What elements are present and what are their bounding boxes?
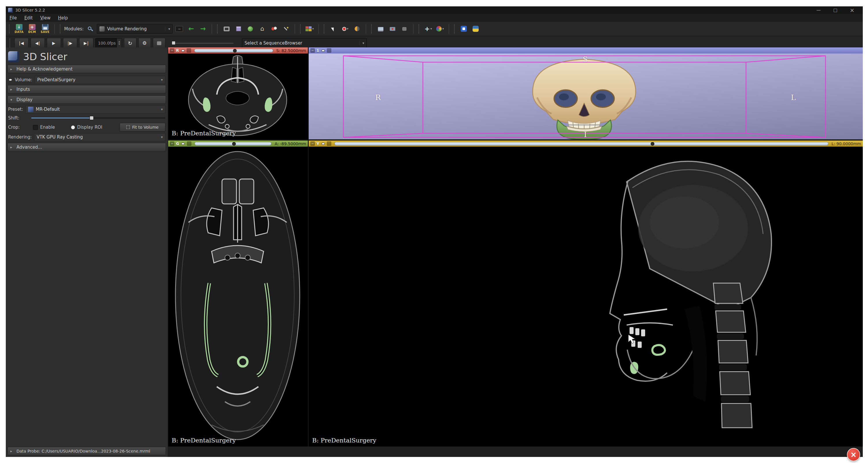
threeD-view[interactable]: − 1 xyxy=(309,48,863,139)
pin-icon[interactable]: − xyxy=(170,48,174,53)
slider-handle[interactable] xyxy=(90,116,94,120)
favorite-module-models-button[interactable] xyxy=(245,23,255,34)
save-button[interactable]: SAVE xyxy=(39,23,51,35)
screenshot-button[interactable] xyxy=(375,23,386,34)
pin-icon[interactable]: − xyxy=(310,141,315,146)
seq-record-button[interactable] xyxy=(153,38,165,49)
corner-annotation: B: PreDentalSurgery xyxy=(312,437,376,444)
dicom-button[interactable]: + DCM xyxy=(26,23,38,35)
seq-loop-button[interactable]: ↻ xyxy=(124,38,136,49)
link-icon[interactable] xyxy=(187,48,191,53)
volume-selector-combobox[interactable]: PreDentalSurgery ▾ xyxy=(35,76,165,84)
eye-icon[interactable] xyxy=(181,141,185,146)
visibility-eye-icon[interactable] xyxy=(8,78,12,82)
toolbar-drag-handle[interactable] xyxy=(9,24,10,33)
seq-settings-button[interactable]: ⚙ xyxy=(138,38,151,49)
seq-frame-slider[interactable] xyxy=(172,41,234,45)
sagittal-slice-image[interactable] xyxy=(309,147,863,446)
toolbar-drag-handle[interactable] xyxy=(60,24,61,33)
data-probe-section[interactable]: ▸ Data Probe: C:/Users/USUARIO/Downloa..… xyxy=(7,447,166,455)
window-level-button[interactable] xyxy=(352,23,362,34)
pin-icon[interactable]: − xyxy=(170,141,174,146)
close-button[interactable]: × xyxy=(844,6,861,14)
seq-last-frame-button[interactable]: ▶| xyxy=(79,38,93,49)
eye-icon[interactable] xyxy=(321,141,325,146)
seq-previous-frame-button[interactable]: ◀| xyxy=(31,38,45,49)
coronal-slice-image[interactable] xyxy=(168,147,308,446)
display-roi-toggle[interactable] xyxy=(71,125,75,129)
seq-next-frame-button[interactable]: |▶ xyxy=(63,38,77,49)
minimize-button[interactable]: — xyxy=(810,6,827,14)
slice-offset-slider[interactable] xyxy=(194,49,273,52)
shift-slider[interactable] xyxy=(31,116,165,120)
module-forward-button[interactable]: → xyxy=(198,23,208,34)
sequence-browser-combobox[interactable]: Select a SequenceBrowser ▾ xyxy=(242,38,367,48)
preset-combobox[interactable]: MR-Default ▾ xyxy=(25,105,165,113)
advanced-section[interactable]: ▸ Advanced... xyxy=(7,143,166,151)
eye-icon[interactable] xyxy=(181,48,185,53)
crop-enable-checkbox[interactable] xyxy=(33,125,38,130)
menu-edit[interactable]: Edit xyxy=(21,14,36,22)
spinbox-arrows[interactable]: ▲ ▼ xyxy=(117,38,122,48)
seq-play-button[interactable]: ▶ xyxy=(47,38,61,49)
help-acknowledgement-section[interactable]: ▸ Help & Acknowledgement xyxy=(7,65,166,73)
toolbar-drag-handle[interactable] xyxy=(371,24,373,33)
notification-close-button[interactable]: × xyxy=(847,448,860,461)
crosshair-button[interactable]: + ▾ xyxy=(423,23,433,34)
slice-offset-slider[interactable] xyxy=(194,142,272,145)
scene-view-button[interactable] xyxy=(387,23,398,34)
slider-handle[interactable] xyxy=(233,49,237,53)
crop-enable-label: Enable xyxy=(40,125,55,130)
restore-button[interactable]: □ xyxy=(827,6,844,14)
toolbar-drag-handle[interactable] xyxy=(217,24,219,33)
module-search-button[interactable] xyxy=(85,23,95,34)
layout-grid-icon xyxy=(306,26,312,31)
toolbar-drag-handle[interactable] xyxy=(454,24,456,33)
toolbar-drag-handle[interactable] xyxy=(418,24,420,33)
fit-to-volume-button[interactable]: Fit to Volume xyxy=(120,123,165,132)
extensions-manager-button[interactable] xyxy=(458,23,469,34)
menu-view[interactable]: View xyxy=(36,14,54,22)
favorite-module-home-button[interactable]: ⌂ xyxy=(257,23,267,34)
module-history-button[interactable]: − xyxy=(174,23,184,34)
slider-handle[interactable] xyxy=(172,41,176,45)
slice-offset-slider[interactable] xyxy=(334,142,828,145)
axial-slice-image[interactable] xyxy=(168,54,308,139)
layout-selector-button[interactable]: ▾ xyxy=(304,23,315,34)
toolbar-drag-handle[interactable] xyxy=(324,24,325,33)
seq-first-frame-button[interactable]: |◀ xyxy=(14,38,29,49)
favorite-module-volumes-button[interactable] xyxy=(233,23,244,34)
rendering-combobox[interactable]: VTK GPU Ray Casting ▾ xyxy=(34,133,165,141)
load-data-button[interactable]: ↓ DATA xyxy=(13,23,25,35)
mouse-interaction-button[interactable] xyxy=(328,23,338,34)
python-console-button[interactable] xyxy=(470,23,481,34)
place-markups-button[interactable]: ▾ xyxy=(340,23,350,34)
link-icon[interactable] xyxy=(187,141,191,146)
slider-handle[interactable] xyxy=(651,142,654,146)
restore-scene-view-button[interactable] xyxy=(399,23,410,34)
favorite-module-data-button[interactable] xyxy=(221,23,232,34)
rendering-row: Rendering: VTK GPU Ray Casting ▾ xyxy=(8,133,165,141)
orientation-superior: S xyxy=(583,55,588,64)
favorite-module-segmentations-button[interactable] xyxy=(269,23,279,34)
slider-handle[interactable] xyxy=(232,142,236,146)
inputs-section[interactable]: ▸ Inputs xyxy=(7,85,166,93)
pin-icon[interactable]: − xyxy=(310,48,315,53)
menu-file[interactable]: File xyxy=(6,14,21,22)
fps-spinbox[interactable]: 100.0fps ▲ ▼ xyxy=(95,38,122,48)
favorite-module-wand-button[interactable]: ★ xyxy=(281,23,291,34)
yellow-slice-view[interactable]: − Y L: 90.0000mm xyxy=(309,141,863,446)
toolbar-drag-handle[interactable] xyxy=(300,24,302,33)
module-back-button[interactable]: ← xyxy=(186,23,196,34)
toolbar-drag-handle[interactable] xyxy=(9,38,11,48)
eye-icon[interactable] xyxy=(321,48,325,53)
link-icon[interactable] xyxy=(327,48,331,53)
menu-help[interactable]: Help xyxy=(54,14,72,22)
green-slice-view[interactable]: − G A: -89.5000mm xyxy=(168,141,308,446)
display-section[interactable]: ▾ Display xyxy=(7,95,166,104)
link-icon[interactable] xyxy=(327,141,331,146)
slice-intersections-button[interactable]: ▾ xyxy=(435,23,445,34)
red-slice-view[interactable]: − R S: 82.5000mm xyxy=(168,48,308,139)
module-selector-combobox[interactable]: Volume Rendering ▾ xyxy=(97,24,173,33)
threeD-render[interactable] xyxy=(309,54,863,139)
